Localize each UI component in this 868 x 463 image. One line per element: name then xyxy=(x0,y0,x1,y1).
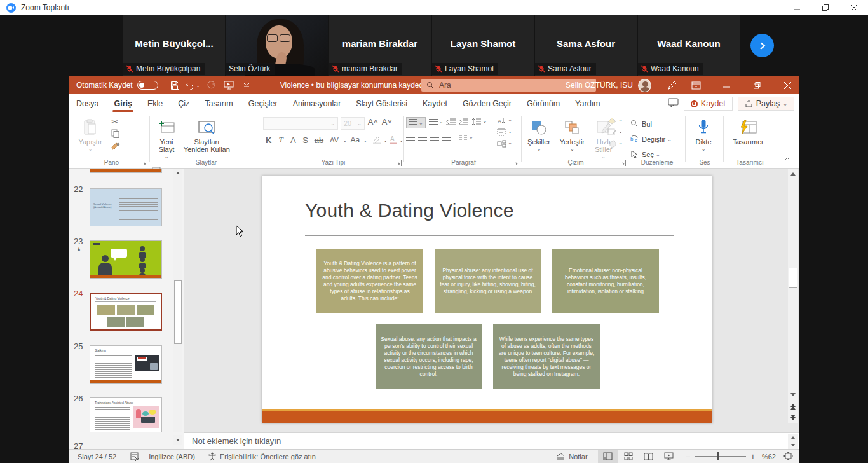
tab-giris[interactable]: Giriş xyxy=(106,94,140,113)
line-spacing-button[interactable]: ⌄ xyxy=(471,118,487,127)
font-dialog-launcher[interactable] xyxy=(395,160,402,166)
previous-slide-button[interactable] xyxy=(788,401,798,411)
shapes-button[interactable]: Şekiller ⌄ xyxy=(524,113,554,153)
font-color-icon[interactable]: A xyxy=(389,135,398,144)
shape-fill-button[interactable]: ⌄ xyxy=(607,117,623,126)
character-spacing-button[interactable]: AV xyxy=(327,136,341,144)
share-button[interactable]: Paylaş⌄ xyxy=(738,97,794,111)
participant-tile[interactable]: Metin Büyükçol... Metin Büyükçolpan xyxy=(123,15,226,76)
next-participants-button[interactable] xyxy=(750,34,774,57)
participant-tile[interactable]: mariam Birakdar mariam Birakdar xyxy=(329,15,431,76)
tab-yardim[interactable]: Yardım xyxy=(567,94,607,113)
autosave-toggle[interactable] xyxy=(137,81,158,90)
slide-24[interactable]: Youth & Dating Violence Youth & Dating V… xyxy=(262,176,712,423)
thumbnail-slide-21-partial[interactable] xyxy=(90,169,162,173)
slide-textbox-3[interactable]: Emotional abuse: non-physical behaviors … xyxy=(552,249,659,313)
bullets-button[interactable]: ⌄ xyxy=(406,117,426,128)
thumbnail-slide-23[interactable] xyxy=(90,240,162,279)
participant-tile[interactable]: Waad Kanoun Waad Kanoun xyxy=(638,15,740,76)
clipboard-dialog-launcher[interactable] xyxy=(141,160,147,166)
zoom-level[interactable]: %62 xyxy=(762,453,776,460)
shape-outline-button[interactable]: ⌄ xyxy=(607,128,623,137)
slideshow-from-beginning-icon[interactable] xyxy=(220,78,237,92)
account-user[interactable]: Selin ÖZTÜRK, ISU xyxy=(566,76,651,94)
participant-tile[interactable]: Layan Shamot Layan Shamot xyxy=(432,15,534,76)
tab-ekle[interactable]: Ekle xyxy=(140,94,170,113)
justify-icon[interactable] xyxy=(442,135,451,142)
zoom-out-button[interactable]: − xyxy=(686,452,691,462)
canvas-scroll-up-button[interactable] xyxy=(788,169,798,179)
find-button[interactable]: Bul xyxy=(630,118,684,130)
highlight-color-icon[interactable] xyxy=(372,135,382,144)
strikethrough-button[interactable]: ab xyxy=(312,135,325,145)
thumbnail-slide-24-selected[interactable]: Youth & Dating Violence xyxy=(90,293,162,331)
zoom-minimize-button[interactable] xyxy=(782,0,811,15)
ppt-restore-button[interactable] xyxy=(745,76,769,94)
thumbnail-scrollbar-thumb[interactable] xyxy=(174,280,182,344)
paste-button[interactable]: Yapıştır ⌄ xyxy=(74,113,107,153)
canvas-scroll-down-button[interactable] xyxy=(788,389,798,399)
zoom-slider[interactable]: − + xyxy=(686,452,756,462)
notes-scroll-up-button[interactable] xyxy=(788,434,798,441)
bold-button[interactable]: K xyxy=(263,135,274,145)
reuse-slides-button[interactable]: Slaytları Yeniden Kullan xyxy=(183,113,230,153)
thumbnail-slide-26[interactable]: Technology-Assisted Abuse xyxy=(90,397,162,432)
zoom-close-button[interactable] xyxy=(839,0,868,15)
thumbnail-slide-22[interactable]: Sexual Violence (Assault/Abuse) xyxy=(90,188,162,226)
canvas-scrollbar[interactable] xyxy=(788,169,798,423)
slide-textbox-4[interactable]: Sexual abuse: any action that impacts a … xyxy=(376,324,482,389)
tab-gozden-gecir[interactable]: Gözden Geçir xyxy=(455,94,519,113)
font-size-combo[interactable]: 20⌄ xyxy=(341,117,365,130)
cut-icon[interactable]: ✂ xyxy=(111,117,120,127)
decrease-font-size-icon[interactable]: A˅ xyxy=(381,117,393,130)
text-shadow-button[interactable]: S xyxy=(300,135,311,145)
dictate-button[interactable]: Dikte ⌄ xyxy=(688,113,719,153)
decrease-indent-icon[interactable] xyxy=(446,118,456,127)
notes-pane[interactable]: Not eklemek için tıklayın xyxy=(184,432,799,449)
canvas-scrollbar-thumb[interactable] xyxy=(789,268,797,288)
quick-access-toolbar-chevron-icon[interactable] xyxy=(238,78,255,92)
align-text-button[interactable]: ⌄ xyxy=(497,128,512,137)
tab-tasarim[interactable]: Tasarım xyxy=(197,94,240,113)
ppt-minimize-button[interactable] xyxy=(714,76,738,94)
fit-to-window-button[interactable] xyxy=(783,452,793,462)
align-right-icon[interactable] xyxy=(430,135,439,142)
numbering-button[interactable]: ⌄ xyxy=(429,119,444,127)
accessibility-status[interactable]: Erişilebilirlik: Önerilere göz atın xyxy=(208,452,316,461)
zoom-slider-thumb[interactable] xyxy=(717,452,719,460)
tab-dosya[interactable]: Dosya xyxy=(69,94,106,113)
save-icon[interactable] xyxy=(167,78,184,92)
notes-placeholder[interactable]: Not eklemek için tıklayın xyxy=(192,436,281,446)
tab-gecisler[interactable]: Geçişler xyxy=(241,94,285,113)
change-case-button[interactable]: Aa xyxy=(348,135,362,144)
tab-gorunum[interactable]: Görünüm xyxy=(519,94,567,113)
document-title[interactable]: Violence • bu bilgisayar konumuna kayded… xyxy=(280,81,442,90)
zoom-maximize-button[interactable] xyxy=(811,0,839,15)
new-slide-button[interactable]: Yeni Slayt ⌄ xyxy=(152,113,181,161)
shape-effects-button[interactable]: ⌄ xyxy=(607,140,623,149)
view-slide-sorter-button[interactable] xyxy=(618,450,639,463)
drawing-dialog-launcher[interactable] xyxy=(620,160,626,166)
thumbnail-scroll-up-button[interactable] xyxy=(173,169,182,177)
ink-pen-icon[interactable] xyxy=(660,76,684,94)
participant-video-tile[interactable]: Selin Öztürk xyxy=(226,15,329,76)
slide-title[interactable]: Youth & Dating Violence xyxy=(305,200,514,221)
view-reading-button[interactable] xyxy=(639,450,659,463)
tab-animasyonlar[interactable]: Animasyonlar xyxy=(285,94,349,113)
columns-button[interactable]: ⌄ xyxy=(458,134,473,143)
language-indicator[interactable]: İngilizce (ABD) xyxy=(149,453,195,460)
tab-slayt-gosterisi[interactable]: Slayt Gösterisi xyxy=(348,94,415,113)
slide-textbox-1[interactable]: Youth & Dating Violence is a pattern of … xyxy=(316,249,423,313)
replace-button[interactable]: bcDeğiştir⌄ xyxy=(630,133,684,146)
increase-indent-icon[interactable] xyxy=(459,118,468,127)
copy-icon[interactable] xyxy=(111,129,120,140)
zoom-slider-track[interactable] xyxy=(695,456,746,457)
view-normal-button[interactable] xyxy=(598,450,618,463)
notes-scroll-down-button[interactable] xyxy=(788,441,798,449)
ppt-close-button[interactable] xyxy=(775,76,799,94)
align-left-icon[interactable] xyxy=(406,135,415,142)
paragraph-dialog-launcher[interactable] xyxy=(513,160,519,166)
underline-button[interactable]: A xyxy=(288,135,299,145)
notes-toggle-button[interactable]: Notlar xyxy=(556,453,587,460)
record-button[interactable]: Kaydet xyxy=(684,97,733,111)
